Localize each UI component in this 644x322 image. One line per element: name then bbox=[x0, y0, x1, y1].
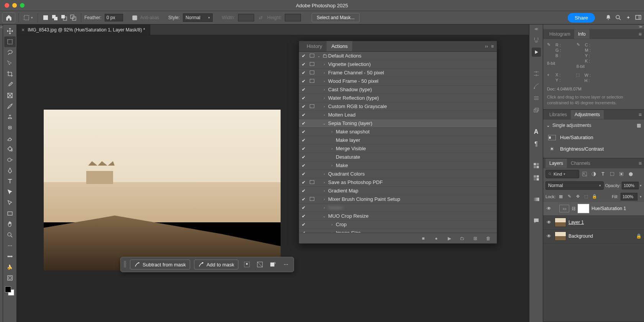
expand-icon[interactable]: › bbox=[329, 130, 335, 134]
mask-thumb[interactable] bbox=[578, 204, 589, 213]
expand-icon[interactable]: ⌄ bbox=[321, 122, 327, 125]
action-row[interactable]: ✔›Image Size bbox=[299, 229, 497, 233]
layer-row[interactable]: 👁 ▭ ⛓ Hue/Saturation 1 bbox=[543, 202, 644, 216]
frame-tool[interactable] bbox=[4, 90, 16, 101]
action-row[interactable]: ✔›Merge Visible bbox=[299, 145, 497, 153]
character-panel-icon[interactable]: A bbox=[532, 127, 541, 136]
lock-transparency-icon[interactable]: ▦ bbox=[558, 194, 564, 199]
action-row[interactable]: ✔›hidden bbox=[299, 204, 497, 212]
action-row[interactable]: ✔›Quadrant Colors bbox=[299, 170, 497, 178]
layer-row[interactable]: 👁 Layer 1 bbox=[543, 216, 644, 230]
path-select-tool[interactable] bbox=[4, 187, 16, 197]
expand-icon[interactable]: › bbox=[321, 181, 327, 184]
expand-icon[interactable]: › bbox=[321, 105, 327, 108]
swatches-panel-icon[interactable] bbox=[532, 161, 541, 170]
feather-input[interactable] bbox=[105, 14, 123, 21]
tab-info[interactable]: Info bbox=[574, 30, 590, 39]
adjustment-brightness-contrast[interactable]: ☀ Brightness/Contrast bbox=[546, 143, 641, 155]
new-set-icon[interactable]: 🗀 bbox=[459, 236, 465, 241]
layer-thumb[interactable] bbox=[555, 218, 566, 227]
notifications-icon[interactable] bbox=[605, 14, 612, 21]
document-tab[interactable]: × IMG_8543.jpg @ 92% (Hue/Saturation 1, … bbox=[17, 25, 150, 35]
filter-image-icon[interactable] bbox=[581, 170, 588, 178]
paragraph-panel-icon[interactable]: ¶ bbox=[532, 140, 541, 149]
filter-toggle-icon[interactable]: ⬤ bbox=[627, 170, 634, 178]
swap-dimensions-icon[interactable]: ⇄ bbox=[257, 14, 264, 21]
action-row[interactable]: ✔›Save as Photoshop PDF bbox=[299, 178, 497, 187]
panel-menu-icon[interactable]: ≡ bbox=[639, 112, 644, 118]
action-set-row[interactable]: ✔ ⌄ 🗀 Default Actions bbox=[299, 52, 497, 60]
expand-icon[interactable]: › bbox=[321, 206, 327, 210]
expand-icon[interactable]: › bbox=[321, 88, 327, 92]
action-row[interactable]: ✔›Cast Shadow (type) bbox=[299, 85, 497, 94]
filter-type-icon[interactable]: T bbox=[599, 170, 607, 178]
tool-preset-picker[interactable]: ▾ bbox=[22, 14, 34, 21]
crop-tool[interactable] bbox=[4, 69, 16, 79]
expand-icon[interactable]: › bbox=[321, 79, 327, 83]
panel-menu-icon[interactable]: ≡ bbox=[491, 44, 494, 49]
more-options-icon[interactable]: ⋯ bbox=[281, 260, 291, 269]
color-panel-icon[interactable] bbox=[532, 195, 541, 204]
properties-panel-icon[interactable] bbox=[532, 94, 541, 103]
action-row[interactable]: ✔›Frame Channel - 50 pixel bbox=[299, 69, 497, 77]
play-panel-icon[interactable] bbox=[532, 48, 541, 57]
actions-list[interactable]: ✔ ⌄ 🗀 Default Actions ✔›Vignette (select… bbox=[299, 52, 497, 233]
brushes-icon[interactable] bbox=[532, 81, 541, 90]
new-action-icon[interactable]: ⊞ bbox=[472, 236, 478, 241]
panel-menu-icon[interactable]: ≡ bbox=[639, 31, 644, 37]
panel-menu-icon[interactable]: ≡ bbox=[639, 160, 644, 166]
layer-row[interactable]: 👁 Background 🔒 bbox=[543, 230, 644, 243]
stop-action-icon[interactable]: ■ bbox=[420, 236, 426, 241]
workspace-icon[interactable] bbox=[635, 14, 642, 21]
action-row[interactable]: ✔›Gradient Map bbox=[299, 187, 497, 195]
action-row[interactable]: ✔›Make snapshot bbox=[299, 128, 497, 136]
action-row[interactable]: ✔›Make bbox=[299, 161, 497, 170]
banana-tool-icon[interactable]: 🍌 bbox=[4, 262, 16, 273]
mask-options-icon[interactable] bbox=[268, 260, 278, 269]
action-row[interactable]: ✔›Mixer Brush Cloning Paint Setup bbox=[299, 195, 497, 204]
opacity-input[interactable]: 100% bbox=[622, 182, 639, 189]
expand-icon[interactable]: › bbox=[321, 172, 327, 176]
filter-shape-icon[interactable] bbox=[608, 170, 616, 178]
style-select[interactable]: Normal▾ bbox=[183, 13, 213, 22]
action-row[interactable]: ✔›Water Reflection (type) bbox=[299, 94, 497, 102]
adjustment-hue-saturation[interactable]: Hue/Saturation bbox=[546, 132, 641, 143]
search-icon[interactable] bbox=[615, 14, 622, 21]
drag-handle-icon[interactable] bbox=[124, 261, 126, 268]
intersect-selection-icon[interactable] bbox=[69, 13, 78, 22]
lock-all-icon[interactable]: 🔒 bbox=[591, 194, 598, 199]
eyedropper-tool[interactable] bbox=[4, 79, 16, 90]
action-row[interactable]: ✔›Custom RGB to Grayscale bbox=[299, 102, 497, 111]
type-tool[interactable] bbox=[4, 176, 16, 187]
gradients-panel-icon[interactable] bbox=[532, 173, 541, 182]
fill-input[interactable]: 100% bbox=[621, 193, 637, 200]
blend-mode-select[interactable]: Normal▾ bbox=[545, 181, 604, 190]
tab-layers[interactable]: Layers bbox=[545, 159, 567, 168]
collapse-panel-icon[interactable]: ›› bbox=[485, 44, 488, 49]
filter-smart-icon[interactable] bbox=[618, 170, 625, 178]
action-row[interactable]: ✔⌄MUO Crop Resize bbox=[299, 212, 497, 220]
subtract-from-selection-icon[interactable] bbox=[59, 13, 69, 22]
modify-panel-icon[interactable] bbox=[532, 69, 541, 78]
record-action-icon[interactable]: ● bbox=[433, 236, 439, 241]
marquee-tool[interactable] bbox=[4, 36, 16, 47]
move-tool[interactable] bbox=[4, 26, 16, 36]
expand-icon[interactable]: › bbox=[329, 223, 335, 227]
layer-name[interactable]: Hue/Saturation 1 bbox=[591, 206, 626, 211]
action-row[interactable]: ✔Make layer bbox=[299, 136, 497, 145]
rectangle-tool[interactable] bbox=[4, 208, 16, 219]
canvas[interactable]: Subtract from mask Add to mask ⋯ History… bbox=[17, 35, 529, 322]
pen-tool[interactable] bbox=[4, 165, 16, 176]
contextual-task-bar[interactable]: Subtract from mask Add to mask ⋯ bbox=[120, 257, 294, 272]
comments-panel-icon[interactable] bbox=[532, 216, 541, 225]
hand-tool[interactable] bbox=[4, 219, 16, 230]
clone-source-icon[interactable] bbox=[532, 106, 541, 115]
expand-icon[interactable]: › bbox=[321, 197, 327, 201]
adjustment-thumb-icon[interactable]: ▭ bbox=[559, 205, 569, 212]
grid-view-icon[interactable]: ▦ bbox=[637, 123, 641, 128]
action-row[interactable]: ✔›Vignette (selection) bbox=[299, 60, 497, 69]
layer-name[interactable]: Background bbox=[568, 233, 593, 239]
action-row[interactable]: ✔Desaturate bbox=[299, 153, 497, 161]
new-selection-icon[interactable] bbox=[41, 13, 50, 22]
trash-icon[interactable]: 🗑 bbox=[485, 236, 491, 241]
